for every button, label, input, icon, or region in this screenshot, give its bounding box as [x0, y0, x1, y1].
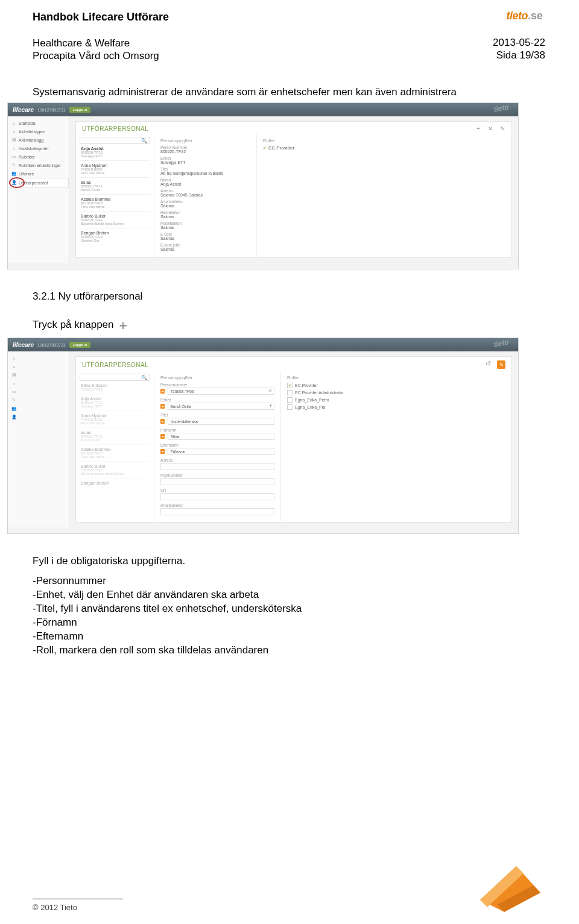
log-icon: ▤: [11, 372, 16, 377]
delete-icon[interactable]: ✕: [487, 126, 493, 132]
doc-icon: ▭: [11, 389, 16, 394]
sidebar-item[interactable]: 👥: [8, 404, 69, 413]
checkbox-icon: [287, 404, 293, 410]
list-item: -Förnamn: [33, 616, 546, 630]
arbetstelefon-field[interactable]: [160, 508, 274, 515]
person-row[interactable]: Anna Nystrom740518-8005First unit name: [80, 161, 150, 178]
search-icon: 🔍: [141, 138, 147, 143]
person-row[interactable]: Bengan Broten610513-TF09Stattins Sta: [80, 228, 150, 245]
session-code: 198127092731: [37, 343, 66, 347]
person-row[interactable]: as as680601-TF11Borså Östra: [80, 428, 150, 445]
user-icon: 👤: [11, 180, 16, 185]
footer-rule: [33, 899, 123, 899]
person-row[interactable]: Anja Assist800220-TF22Solvejgs ETT: [80, 394, 150, 411]
plus-icon: +: [116, 319, 130, 333]
required-icon: ●: [160, 389, 165, 394]
doc-page: Sida 19/38: [493, 49, 545, 61]
list-item: -Enhet, välj den Enhet där användaren sk…: [33, 588, 546, 602]
save-button[interactable]: ✎: [497, 360, 505, 369]
list-icon: ≡: [11, 129, 16, 134]
app-screenshot-2: lifecare 198127092731 Logga ut tieto ⌂ ≡…: [7, 338, 519, 534]
personnummer-field[interactable]: 720603-TF03: [168, 388, 274, 395]
roles-edit: Roller ✔EC.Provider EC.Provider.Administ…: [281, 371, 511, 522]
postnummer-field[interactable]: [160, 478, 274, 485]
section-321: 3.2.1 Ny utförarpersonal: [33, 290, 546, 304]
titel-field[interactable]: Undersköterska: [168, 418, 274, 425]
person-list: 🔍 Stina Eriksson720603-TF03 Anja Assist8…: [76, 371, 154, 522]
search-input[interactable]: 🔍: [80, 137, 150, 144]
list-icon: ≡: [11, 146, 16, 151]
required-icon: ●: [160, 419, 165, 424]
sidebar: ⌂ ≡ ▤ ≡ ▭ ✎ 👥 👤: [8, 351, 69, 527]
checkbox-icon: [287, 390, 293, 395]
search-icon: 🔍: [141, 375, 147, 380]
undo-icon[interactable]: ↺: [485, 360, 491, 366]
note-icon: ✎: [11, 398, 16, 403]
role-checkbox[interactable]: Egna_Erika_Petra: [287, 397, 505, 403]
sidebar-item-startsida[interactable]: ⌂Startsida: [8, 119, 69, 127]
doc-icon: ▭: [11, 154, 16, 159]
search-input[interactable]: 🔍: [80, 374, 150, 381]
doc-product: Procapita Vård och Omsorg: [33, 49, 546, 62]
sidebar-item[interactable]: ▤: [8, 371, 69, 379]
required-icon: ●: [160, 404, 165, 409]
fyll-text: Fyll i de obligatoriska uppgifterna.: [33, 555, 546, 568]
person-row[interactable]: Anja Assist800220-TF22Solvejgs ETT: [80, 144, 150, 161]
app-logo: lifecare: [13, 107, 34, 113]
sidebar-item[interactable]: ▭: [8, 388, 69, 396]
tieto-logo-top: tieto.se: [506, 10, 543, 22]
person-row[interactable]: as as680501-TF11Borså Östra: [80, 178, 150, 195]
panel-title: UTFÖRARPERSONAL: [82, 362, 148, 368]
person-row[interactable]: Stina Eriksson720603-TF03: [80, 381, 150, 394]
session-code: 198127092731: [37, 108, 66, 112]
group-icon: 👥: [11, 171, 16, 176]
person-row[interactable]: Azalea Blomma661010-TF05First unit name: [80, 195, 150, 212]
sidebar-item-aktivitetstyper[interactable]: ≡Aktivitetstyper: [8, 127, 69, 136]
role-checkbox[interactable]: Egna_Erika_Pia: [287, 404, 505, 410]
sidebar-item-aktivitetslogg[interactable]: ▤Aktivitetslogg: [8, 136, 69, 144]
person-details: Personuppgifter Personnummer800220-TF22 …: [154, 134, 257, 257]
sidebar-item[interactable]: ≡: [8, 362, 69, 371]
sidebar: ⌂Startsida ≡Aktivitetstyper ▤Aktivitetsl…: [8, 116, 69, 263]
person-row[interactable]: Azalea Blomma661010-TF05First unit name: [80, 445, 150, 462]
fornamn-field[interactable]: Stina: [168, 433, 274, 440]
enhet-select[interactable]: Borså Östra: [168, 403, 274, 410]
logout-button[interactable]: Logga ut: [69, 342, 90, 348]
role-checkbox[interactable]: EC.Provider.Administrator: [287, 390, 505, 395]
sidebar-item-rubriker[interactable]: ▭Rubriker: [8, 152, 69, 161]
person-row[interactable]: Anna Nystrom740518-8005First unit name: [80, 411, 150, 428]
home-icon: ⌂: [11, 356, 16, 360]
logout-button[interactable]: Logga ut: [69, 107, 90, 113]
person-row[interactable]: Bengan Broten: [80, 479, 150, 488]
doc-date: 2013-05-22: [493, 36, 545, 49]
sidebar-item[interactable]: ≡: [8, 379, 69, 388]
sidebar-item-rubriken-anteckn[interactable]: ✎Rubriken anteckningar: [8, 161, 69, 169]
role-checkbox[interactable]: ✔EC.Provider: [287, 383, 505, 388]
sidebar-item[interactable]: ⌂: [8, 354, 69, 362]
sidebar-item-insatskategorier[interactable]: ≡Insatskategorier: [8, 144, 69, 152]
list-icon: ≡: [11, 364, 16, 369]
tryck-text: Tryck på knappen: [33, 319, 114, 330]
checkbox-icon: [287, 397, 293, 403]
sidebar-item-utforarpersonal[interactable]: 👤Utförarpersonal: [8, 178, 69, 187]
person-row[interactable]: Barbro Buller500705-TF39Bästens Bästa me…: [80, 462, 150, 479]
list-item: -Personnummer: [33, 574, 546, 588]
sidebar-item-utforare[interactable]: 👥Utförare: [8, 169, 69, 178]
ort-field[interactable]: [160, 493, 274, 500]
person-row[interactable]: Barbro Buller500705-TF44Bästens Bästa me…: [80, 212, 150, 228]
sidebar-item[interactable]: ✎: [8, 396, 69, 404]
edit-icon[interactable]: ✎: [499, 126, 505, 132]
intro-text: Systemansvarig administrerar de användar…: [33, 86, 546, 99]
list-icon: ≡: [11, 381, 16, 386]
required-icon: ●: [160, 434, 165, 439]
sidebar-item[interactable]: 👤: [8, 413, 69, 421]
note-icon: ✎: [11, 163, 16, 168]
log-icon: ▤: [11, 137, 16, 142]
roles-display: Roller ✔EC.Provider: [257, 134, 511, 257]
adress-field[interactable]: [160, 463, 274, 470]
tieto-logo-icon: [480, 860, 540, 912]
add-icon[interactable]: +: [475, 126, 481, 132]
efternamn-field[interactable]: Eriksson: [168, 448, 274, 455]
home-icon: ⌂: [11, 121, 16, 125]
doc-division: Healthcare & Welfare: [33, 37, 546, 49]
